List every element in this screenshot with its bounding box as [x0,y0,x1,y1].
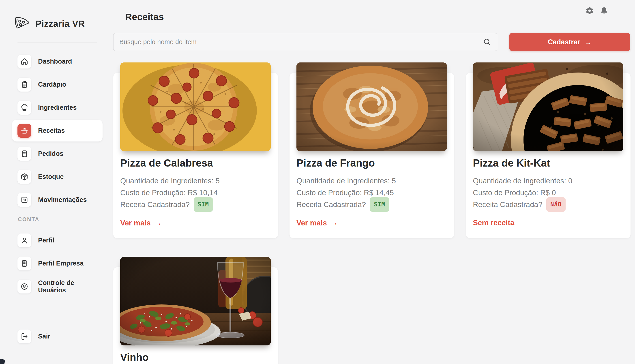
app-logo: Pizzaria VR [14,16,85,31]
status-badge: SIM [370,197,389,212]
page-title: Receitas [125,12,164,22]
recipe-card-frango: Pizza de Frango Quantidade de Ingredient… [290,73,454,238]
sidebar-item-perfil-empresa[interactable]: Perfil Empresa [12,252,102,274]
user-circle-icon [18,280,31,294]
ver-mais-label: Ver mais [120,219,151,227]
search-bar [113,33,497,51]
sidebar-section-conta: CONTA [18,216,40,222]
sidebar-item-receitas-active[interactable]: Receitas [12,120,102,142]
sidebar-item-movimentacoes[interactable]: Movimentações [12,189,102,211]
search-input[interactable] [113,33,497,51]
status-badge: SIM [194,197,213,212]
arrow-right-icon: → [584,38,592,46]
production-cost: Custo de Produção: R$ 14,45 [296,187,447,198]
ingredients-count: Quantidade de Ingredientes: 5 [120,175,271,187]
recipe-card-body: Pizza de Frango Quantidade de Ingredient… [296,157,447,210]
log-out-icon [18,330,31,344]
recipe-title: Pizza de Calabresa [120,157,271,169]
recipe-image-pepperoni-pizza [120,62,271,151]
sidebar-item-label: Sair [38,333,50,340]
sem-receita-label: Sem receita [473,218,514,227]
sidebar-item-label: Cardápio [38,81,66,88]
sidebar-item-label: Movimentações [38,196,87,204]
ingredients-count: Quantidade de Ingredientes: 5 [296,175,447,187]
recipe-registered-row: Receita Cadastrada? SIM [120,198,271,210]
sidebar-item-sair[interactable]: Sair [12,326,102,347]
sidebar-item-perfil[interactable]: Perfil [12,230,102,251]
sidebar-item-label: Pedidos [38,150,63,158]
sidebar-item-dashboard[interactable]: Dashboard [12,50,102,72]
status-badge: NÃO [546,197,566,212]
production-cost: Custo de Produção: R$ 0 [473,187,624,198]
recipe-registered-row: Receita Cadastrada? NÃO [473,198,624,210]
recipe-registered-question: Receita Cadastrada? [473,198,542,210]
production-cost: Custo de Produção: R$ 10,14 [120,187,271,198]
recipe-title: Vinho [120,352,271,363]
notepad-icon [18,78,31,92]
arrow-right-icon: → [154,218,162,227]
ver-mais-link[interactable]: Ver mais → [296,218,338,227]
package-icon [18,170,31,184]
sidebar-item-label: Estoque [38,173,64,180]
sidebar-item-label: Perfil [38,236,54,244]
pizza-slice-icon [14,16,30,31]
sidebar-item-label: Controle de Usuários [38,279,102,294]
sidebar: Pizzaria VR Dashboard Cardápio Ing [0,0,105,364]
recipe-registered-row: Receita Cadastrada? SIM [296,198,447,210]
arrow-right-icon: → [330,218,338,227]
sidebar-item-label: Dashboard [38,58,72,65]
sidebar-item-label: Perfil Empresa [38,260,84,267]
sidebar-item-pedidos[interactable]: Pedidos [12,143,102,164]
recipe-card-kitkat: Pizza de Kit-Kat Quantidade de Ingredien… [466,73,630,238]
recipe-card-vinho: Vinho [113,267,278,364]
home-icon [18,54,31,68]
sidebar-item-controle-usuarios[interactable]: Controle de Usuários [12,276,102,297]
sidebar-divider [18,42,97,42]
recipe-card-body: Pizza de Kit-Kat Quantidade de Ingredien… [473,157,624,210]
header-icons [585,6,608,16]
recipe-image-wine [120,257,271,346]
recipe-registered-question: Receita Cadastrada? [296,198,366,210]
ver-mais-link[interactable]: Ver mais → [120,218,162,227]
user-icon [18,234,31,247]
recipe-title: Pizza de Kit-Kat [473,157,624,169]
sidebar-item-estoque[interactable]: Estoque [12,166,102,188]
recipe-title: Pizza de Frango [296,157,447,169]
ingredients-count: Quantidade de Ingredientes: 0 [473,175,624,187]
recipe-card-body: Pizza de Calabresa Quantidade de Ingredi… [120,157,271,210]
cadastrar-button[interactable]: Cadastrar → [509,33,630,51]
sidebar-item-ingredientes[interactable]: Ingredientes [12,97,102,118]
square-arrow-down-right-icon [18,193,31,207]
recipe-registered-question: Receita Cadastrada? [120,198,190,210]
gear-icon[interactable] [585,6,594,16]
cadastrar-label: Cadastrar [548,38,580,46]
sidebar-item-cardapio[interactable]: Cardápio [12,74,102,95]
chef-hat-icon [18,101,31,114]
sem-receita-link[interactable]: Sem receita [473,218,514,227]
recipe-card-body: Vinho [120,352,271,363]
app-name: Pizzaria VR [36,19,85,29]
ver-mais-label: Ver mais [296,219,327,227]
receipt-icon [18,147,31,161]
sidebar-item-label: Ingredientes [38,104,76,111]
sidebar-item-label: Receitas [38,127,65,134]
recipe-image-chocolate-pizza [473,62,623,151]
recipe-image-chicken-pizza [296,62,447,151]
bell-icon[interactable] [600,6,608,16]
recipe-card-calabresa: Pizza de Calabresa Quantidade de Ingredi… [113,73,278,238]
cooking-pot-icon [18,124,31,138]
building-icon [18,256,31,270]
